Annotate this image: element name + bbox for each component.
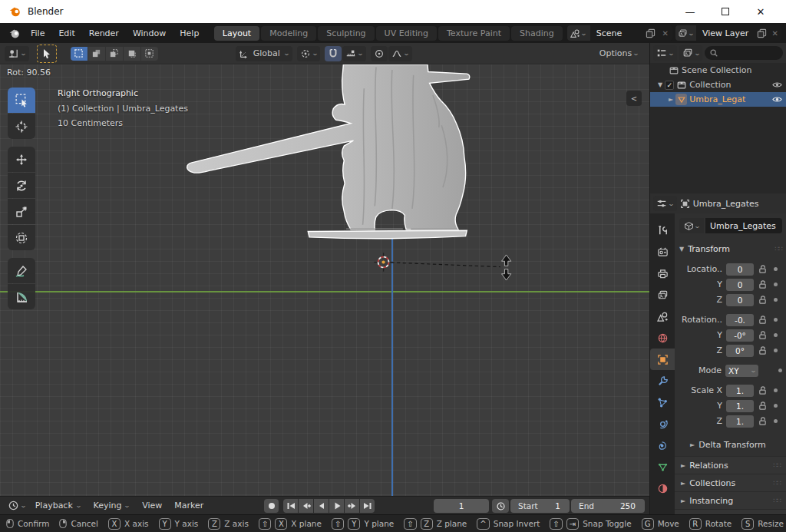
tool-move[interactable] bbox=[8, 147, 35, 172]
animate-dot[interactable] bbox=[774, 419, 778, 423]
eye-visibility-icon[interactable] bbox=[771, 94, 783, 105]
transform-panel-header[interactable]: ▼ Transform ∷∷ bbox=[679, 241, 782, 256]
timeline-menu-view[interactable]: View bbox=[136, 501, 168, 511]
tool-box-select[interactable] bbox=[8, 88, 35, 113]
options-dropdown[interactable]: Options ⌄ bbox=[596, 46, 642, 61]
tab-physics[interactable] bbox=[650, 413, 675, 435]
rotation-y-field[interactable]: -0° bbox=[726, 329, 754, 342]
scene-unlink-button[interactable]: ✕ bbox=[659, 29, 672, 38]
tab-uv-editing[interactable]: UV Editing bbox=[376, 26, 437, 41]
animate-dot[interactable] bbox=[774, 349, 778, 352]
scene-new-button[interactable] bbox=[643, 28, 659, 38]
editor-type-dropdown[interactable]: ⌄ bbox=[5, 46, 29, 61]
tab-shading[interactable]: Shading bbox=[511, 26, 563, 41]
outliner-row-umbra-legates[interactable]: ► Umbra_Legat bbox=[650, 92, 786, 107]
select-mode-intersect[interactable] bbox=[141, 47, 158, 61]
frame-start-field[interactable]: Start1 bbox=[510, 499, 570, 513]
lock-icon[interactable] bbox=[757, 401, 768, 411]
disclosure-triangle-icon[interactable]: ▼ bbox=[658, 81, 662, 88]
object-name-field[interactable]: Umbra_Legates bbox=[705, 218, 782, 233]
tab-world[interactable] bbox=[650, 327, 675, 349]
outliner-search-input[interactable] bbox=[705, 46, 783, 60]
tool-scale[interactable] bbox=[8, 199, 35, 224]
play-button[interactable] bbox=[329, 499, 344, 513]
animate-dot[interactable] bbox=[778, 368, 782, 372]
next-keyframe-button[interactable] bbox=[345, 499, 359, 513]
scale-y-field[interactable]: 1. bbox=[726, 400, 754, 412]
transform-orientation-dropdown[interactable]: Global ⌄ bbox=[236, 46, 292, 61]
properties-editor-type-dropdown[interactable]: ⌄ bbox=[653, 196, 677, 211]
maximize-button[interactable] bbox=[708, 0, 743, 23]
animate-dot[interactable] bbox=[774, 404, 778, 408]
tab-layout[interactable]: Layout bbox=[214, 26, 259, 41]
scene-browse-button[interactable]: ⌄ bbox=[567, 25, 590, 41]
disclosure-triangle-icon[interactable]: ► bbox=[669, 96, 673, 103]
jump-to-start-button[interactable] bbox=[283, 499, 298, 513]
timeline-menu-playback[interactable]: Playback⌄ bbox=[29, 501, 88, 511]
collection-checkbox[interactable]: ✓ bbox=[665, 81, 674, 90]
snap-toggle-button[interactable] bbox=[325, 46, 342, 61]
tool-annotate[interactable] bbox=[8, 258, 35, 283]
timeline-menu-keying[interactable]: Keying⌄ bbox=[88, 501, 137, 511]
tool-cursor[interactable] bbox=[8, 114, 35, 139]
sidebar-expand-toggle[interactable]: < bbox=[626, 91, 642, 106]
view-layer-remove-button[interactable]: ✕ bbox=[769, 29, 781, 38]
rotation-mode-dropdown[interactable]: XY⌄ bbox=[725, 365, 758, 377]
outliner-filter-dropdown[interactable]: ⌄ bbox=[679, 45, 703, 61]
tab-view-layer[interactable] bbox=[650, 284, 675, 306]
tool-transform[interactable] bbox=[8, 225, 35, 250]
pivot-point-dropdown[interactable]: ⌄ bbox=[297, 46, 321, 61]
menu-file[interactable]: File bbox=[24, 25, 51, 41]
rotation-x-field[interactable]: -0. bbox=[726, 314, 754, 326]
location-z-field[interactable]: 0 bbox=[726, 294, 754, 306]
scale-x-field[interactable]: 1. bbox=[726, 385, 754, 397]
play-reverse-button[interactable] bbox=[314, 499, 329, 513]
tab-object[interactable] bbox=[650, 349, 675, 370]
outliner-row-collection[interactable]: ▼ ✓ Collection bbox=[650, 78, 786, 92]
delta-transform-panel[interactable]: ►Delta Transform bbox=[679, 436, 782, 453]
tool-rotate[interactable] bbox=[8, 173, 35, 198]
tab-object-data[interactable] bbox=[650, 456, 675, 477]
animate-dot[interactable] bbox=[774, 267, 778, 271]
tab-modifiers[interactable] bbox=[650, 370, 675, 392]
close-button[interactable]: ✕ bbox=[743, 0, 778, 23]
tab-render[interactable] bbox=[650, 241, 675, 263]
tab-modeling[interactable]: Modeling bbox=[261, 26, 316, 41]
animate-dot[interactable] bbox=[774, 333, 778, 337]
frame-end-field[interactable]: End250 bbox=[571, 499, 645, 513]
lock-icon[interactable] bbox=[757, 416, 768, 426]
view-layer-new-button[interactable] bbox=[755, 28, 768, 38]
tab-sculpting[interactable]: Sculpting bbox=[318, 26, 374, 41]
use-preview-range-button[interactable] bbox=[492, 499, 509, 513]
object-type-dropdown[interactable]: ⌄ bbox=[679, 218, 704, 233]
tab-scene[interactable] bbox=[650, 306, 675, 327]
active-tool-indicator[interactable] bbox=[37, 45, 57, 63]
menu-edit[interactable]: Edit bbox=[51, 25, 81, 41]
select-mode-subtract[interactable] bbox=[106, 47, 123, 61]
lock-icon[interactable] bbox=[757, 279, 768, 289]
tab-texture-paint[interactable]: Texture Paint bbox=[438, 26, 510, 41]
animate-dot[interactable] bbox=[774, 318, 778, 322]
auto-keyframe-button[interactable] bbox=[264, 499, 279, 513]
3d-viewport[interactable]: Rot: 90.56 Right Orthographic (1) Collec… bbox=[0, 64, 649, 496]
instancing-panel[interactable]: ►Instancing ∷∷ bbox=[675, 491, 786, 509]
tool-measure[interactable] bbox=[8, 284, 35, 309]
view-layer-browse-button[interactable]: ⌄ bbox=[675, 25, 696, 41]
blender-menu-icon[interactable] bbox=[8, 27, 21, 40]
relations-panel[interactable]: ►Relations ∷∷ bbox=[675, 456, 786, 474]
collections-panel[interactable]: ►Collections ∷∷ bbox=[675, 474, 786, 491]
animate-dot[interactable] bbox=[774, 388, 778, 392]
current-frame-field[interactable]: 1 bbox=[434, 499, 489, 513]
outliner-display-mode-dropdown[interactable]: ⌄ bbox=[653, 45, 677, 61]
lock-icon[interactable] bbox=[757, 345, 768, 355]
menu-render[interactable]: Render bbox=[82, 25, 126, 41]
proportional-falloff-dropdown[interactable]: ⌄ bbox=[388, 46, 412, 61]
tab-constraints[interactable] bbox=[650, 392, 675, 413]
menu-window[interactable]: Window bbox=[126, 25, 173, 41]
scene-name[interactable]: Scene bbox=[590, 28, 643, 38]
lock-icon[interactable] bbox=[757, 264, 768, 274]
select-mode-new[interactable] bbox=[71, 47, 88, 61]
rotation-z-field[interactable]: 0° bbox=[726, 345, 754, 357]
lock-icon[interactable] bbox=[757, 385, 768, 395]
menu-help[interactable]: Help bbox=[173, 25, 206, 41]
